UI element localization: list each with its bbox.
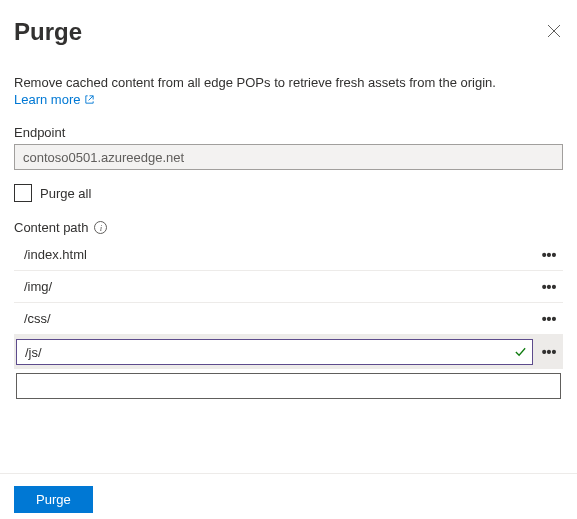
content-path-value[interactable]: /css/: [14, 303, 535, 334]
content-path-row: /img/ •••: [14, 271, 563, 303]
content-path-label: Content path: [14, 220, 88, 235]
close-icon: [547, 24, 561, 38]
panel-description: Remove cached content from all edge POPs…: [14, 74, 563, 92]
endpoint-input[interactable]: [14, 144, 563, 170]
content-path-row: /index.html •••: [14, 239, 563, 271]
content-path-value[interactable]: /img/: [14, 271, 535, 302]
content-path-input[interactable]: [16, 339, 533, 365]
content-path-row: /css/ •••: [14, 303, 563, 335]
purge-all-label: Purge all: [40, 186, 91, 201]
purge-button[interactable]: Purge: [14, 486, 93, 513]
learn-more-link[interactable]: Learn more: [14, 92, 95, 107]
close-button[interactable]: [545, 22, 563, 40]
row-more-button[interactable]: •••: [535, 239, 563, 270]
external-link-icon: [84, 94, 95, 105]
content-path-input-blank[interactable]: [16, 373, 561, 399]
row-more-button[interactable]: •••: [535, 335, 563, 369]
ellipsis-icon: •••: [542, 312, 557, 326]
content-path-list: /index.html ••• /img/ ••• /css/ ••• •••: [14, 239, 563, 403]
purge-all-checkbox[interactable]: Purge all: [14, 184, 563, 202]
info-icon[interactable]: i: [94, 221, 107, 234]
content-path-value[interactable]: /index.html: [14, 239, 535, 270]
row-more-button[interactable]: •••: [535, 303, 563, 334]
ellipsis-icon: •••: [542, 280, 557, 294]
endpoint-label: Endpoint: [14, 125, 563, 140]
row-more-button[interactable]: •••: [535, 271, 563, 302]
checkbox-box-icon: [14, 184, 32, 202]
panel-title: Purge: [14, 18, 82, 46]
ellipsis-icon: •••: [542, 248, 557, 262]
content-path-row-active: •••: [14, 335, 563, 369]
ellipsis-icon: •••: [542, 345, 557, 359]
learn-more-label: Learn more: [14, 92, 80, 107]
content-path-row-blank: [14, 369, 563, 403]
